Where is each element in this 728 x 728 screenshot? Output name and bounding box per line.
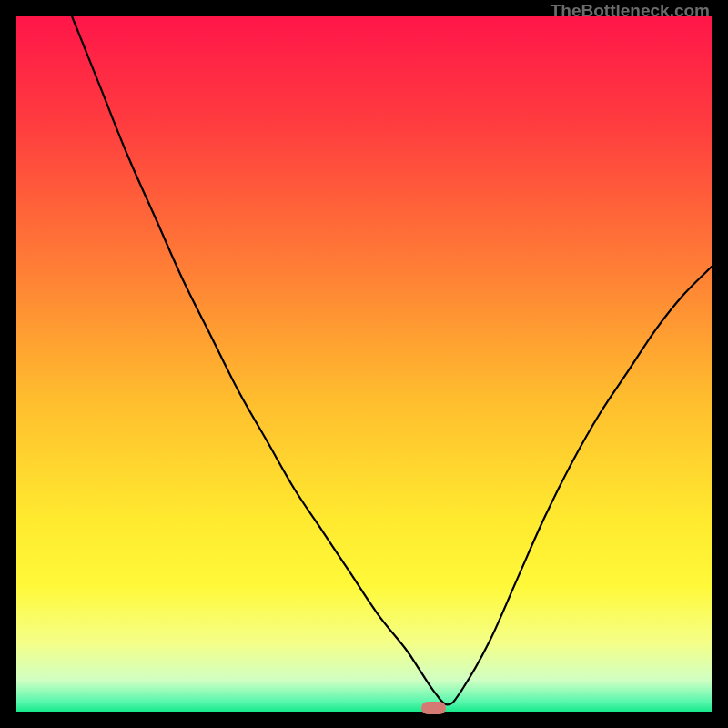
watermark-text: TheBottleneck.com [551,1,710,21]
bottleneck-curve [16,16,712,712]
optimal-point-marker [421,702,446,714]
chart-container [16,16,712,712]
